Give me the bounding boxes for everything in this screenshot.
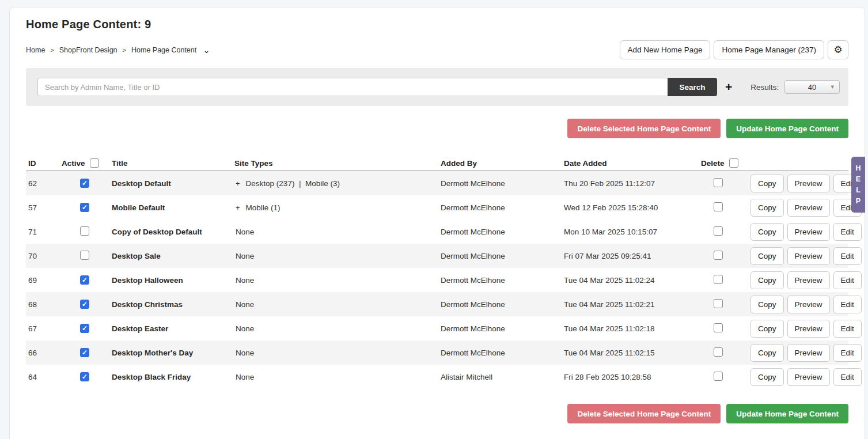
copy-button[interactable]: Copy (751, 247, 784, 265)
home-page-manager-button[interactable]: Home Page Manager (237) (714, 40, 824, 59)
delete-selected-button[interactable]: Delete Selected Home Page Content (567, 119, 721, 138)
active-checkbox[interactable]: ✓ (80, 300, 89, 309)
delete-checkbox[interactable] (714, 299, 723, 308)
edit-button[interactable]: Edit (833, 271, 862, 289)
row-id: 71 (26, 228, 58, 236)
expand-icon[interactable]: + (236, 179, 240, 188)
row-site-types: None (236, 228, 254, 236)
copy-button[interactable]: Copy (751, 296, 784, 313)
active-checkbox[interactable]: ✓ (80, 348, 89, 357)
copy-button[interactable]: Copy (751, 320, 784, 338)
header-delete: Delete (701, 159, 725, 168)
delete-checkbox[interactable] (714, 323, 723, 332)
search-button[interactable]: Search (668, 78, 717, 96)
row-site-types: None (236, 300, 254, 309)
breadcrumb-separator: > (50, 47, 54, 54)
copy-button[interactable]: Copy (751, 223, 784, 241)
help-tab[interactable]: HELP (851, 157, 865, 213)
main-panel: Home Page Content: 9 Home > ShopFront De… (9, 7, 865, 439)
preview-button[interactable]: Preview (787, 223, 830, 241)
check-icon: ✓ (82, 180, 88, 187)
search-input[interactable] (37, 78, 668, 96)
delete-checkbox[interactable] (714, 347, 723, 357)
table-row: 66 ✓ Desktop Mother's Day None Dermott M… (26, 340, 848, 365)
active-select-all-checkbox[interactable] (90, 158, 99, 168)
row-title: Desktop Black Friday (109, 373, 231, 381)
chevron-down-icon[interactable]: ⌄ (203, 48, 210, 52)
delete-checkbox[interactable] (714, 202, 723, 211)
gear-icon[interactable]: ⚙ (828, 40, 848, 59)
preview-button[interactable]: Preview (787, 175, 830, 192)
table-body: 62 ✓ Desktop Default +Desktop (237) | Mo… (26, 171, 848, 389)
active-checkbox[interactable] (80, 226, 89, 236)
check-icon: ✓ (82, 325, 88, 332)
breadcrumb-shopfront-design[interactable]: ShopFront Design (59, 46, 117, 54)
delete-select-all-checkbox[interactable] (729, 158, 738, 168)
preview-button[interactable]: Preview (787, 271, 830, 289)
edit-button[interactable]: Edit (833, 223, 862, 241)
row-date-added: Tue 04 Mar 2025 11:02:24 (560, 276, 699, 285)
delete-selected-button[interactable]: Delete Selected Home Page Content (567, 404, 721, 423)
add-new-home-page-button[interactable]: Add New Home Page (620, 40, 711, 59)
active-checkbox[interactable]: ✓ (80, 179, 89, 188)
edit-button[interactable]: Edit (833, 320, 862, 338)
header-active: Active (62, 159, 85, 168)
edit-button[interactable]: Edit (833, 296, 862, 313)
preview-button[interactable]: Preview (787, 247, 830, 265)
row-added-by: Dermott McElhone (437, 324, 560, 333)
breadcrumb-home[interactable]: Home (26, 46, 45, 54)
row-title: Desktop Christmas (109, 300, 231, 309)
row-id: 66 (26, 349, 58, 357)
expand-icon[interactable]: + (236, 203, 240, 212)
preview-button[interactable]: Preview (787, 199, 830, 217)
row-id: 64 (26, 373, 58, 381)
active-checkbox[interactable]: ✓ (80, 324, 89, 333)
delete-checkbox[interactable] (714, 275, 723, 284)
table-row: 64 ✓ Desktop Black Friday None Alistair … (26, 365, 848, 389)
row-added-by: Dermott McElhone (437, 179, 560, 188)
row-site-types: None (236, 252, 254, 260)
delete-checkbox[interactable] (714, 251, 723, 260)
preview-button[interactable]: Preview (787, 296, 830, 313)
row-added-by: Alistair Mitchell (437, 373, 560, 381)
table-row: 62 ✓ Desktop Default +Desktop (237) | Mo… (26, 171, 848, 195)
copy-button[interactable]: Copy (751, 368, 784, 386)
preview-button[interactable]: Preview (787, 320, 830, 338)
table-header-row: ID Active Title Site Types Added By Date… (26, 156, 848, 171)
active-checkbox[interactable] (80, 251, 89, 260)
update-content-button[interactable]: Update Home Page Content (726, 119, 848, 138)
delete-checkbox[interactable] (714, 372, 723, 381)
search-panel: Search + Results: 40 ▾ (26, 68, 848, 106)
update-content-button[interactable]: Update Home Page Content (726, 404, 848, 423)
active-checkbox[interactable]: ✓ (80, 372, 89, 381)
copy-button[interactable]: Copy (751, 199, 784, 217)
row-added-by: Dermott McElhone (437, 203, 560, 212)
row-title: Desktop Default (109, 179, 231, 188)
results-per-page-select[interactable]: 40 ▾ (784, 80, 840, 94)
table-row: 69 ✓ Desktop Halloween None Dermott McEl… (26, 268, 848, 292)
delete-checkbox[interactable] (714, 226, 723, 236)
active-checkbox[interactable]: ✓ (80, 203, 89, 212)
delete-checkbox[interactable] (714, 178, 723, 187)
edit-button[interactable]: Edit (833, 247, 862, 265)
bulk-actions-top: Delete Selected Home Page Content Update… (26, 119, 848, 138)
header-site-types: Site Types (231, 159, 437, 168)
row-site-types: None (236, 349, 254, 357)
copy-button[interactable]: Copy (751, 175, 784, 192)
breadcrumb-home-page-content[interactable]: Home Page Content (131, 46, 196, 54)
table-row: 67 ✓ Desktop Easter None Dermott McElhon… (26, 316, 848, 340)
row-title: Desktop Easter (109, 324, 231, 333)
header-added-by: Added By (437, 159, 560, 168)
row-title: Desktop Sale (109, 252, 231, 260)
row-date-added: Fri 28 Feb 2025 10:28:58 (560, 373, 699, 381)
preview-button[interactable]: Preview (787, 368, 830, 386)
copy-button[interactable]: Copy (751, 344, 784, 362)
add-filter-icon[interactable]: + (725, 81, 732, 93)
edit-button[interactable]: Edit (833, 344, 862, 362)
preview-button[interactable]: Preview (787, 344, 830, 362)
copy-button[interactable]: Copy (751, 271, 784, 289)
page-title: Home Page Content: 9 (26, 18, 858, 31)
active-checkbox[interactable]: ✓ (80, 275, 89, 285)
row-added-by: Dermott McElhone (437, 252, 560, 260)
edit-button[interactable]: Edit (833, 368, 862, 386)
